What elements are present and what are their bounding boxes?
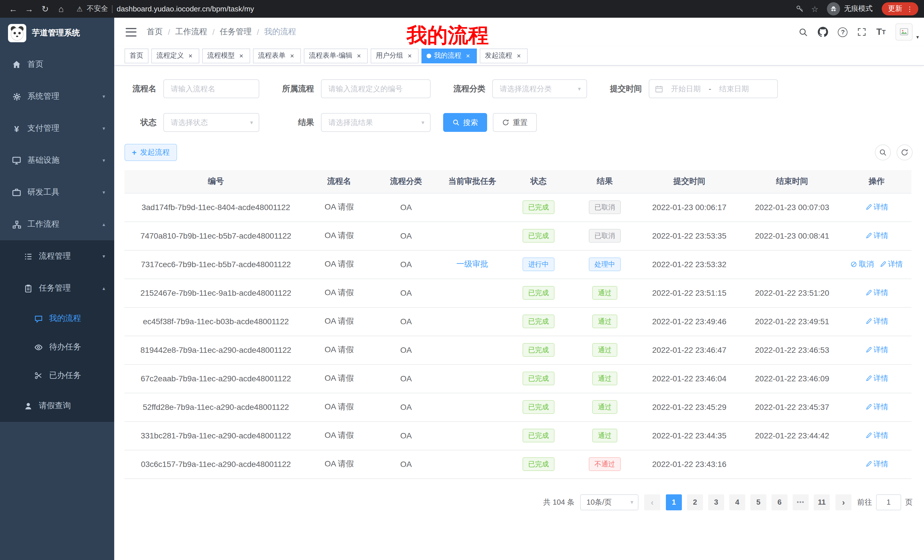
prev-page-button[interactable]: ‹ <box>644 494 660 510</box>
cancel-link[interactable]: 取消 <box>850 259 874 270</box>
status-tag: 已完成 <box>522 229 555 243</box>
process-name-input[interactable] <box>164 79 259 98</box>
hamburger-icon[interactable] <box>126 28 136 36</box>
security-warning-label[interactable]: 不安全 <box>87 4 108 14</box>
breadcrumb-item[interactable]: 任务管理 <box>220 27 252 37</box>
page-button-6[interactable]: 6 <box>771 494 788 510</box>
close-icon[interactable]: × <box>288 52 296 59</box>
sidebar-item-infrastructure[interactable]: 基础设施 ▾ <box>0 144 114 177</box>
address-bar[interactable]: ⚠ 不安全 dashboard.yudao.iocoder.cn/bpm/tas… <box>76 1 785 16</box>
detail-link[interactable]: 详情 <box>865 402 888 412</box>
detail-link[interactable]: 详情 <box>865 231 888 241</box>
app-logo-row[interactable]: 芋道管理系统 <box>0 18 114 48</box>
date-range-picker[interactable]: 开始日期 - 结束日期 <box>649 79 778 98</box>
breadcrumb-separator: / <box>257 27 259 36</box>
fullscreen-icon[interactable] <box>858 27 867 36</box>
col-status: 状态 <box>504 170 573 193</box>
tab-home[interactable]: 首页 <box>124 48 148 63</box>
detail-link[interactable]: 详情 <box>865 373 888 383</box>
edit-icon <box>865 404 872 410</box>
status-select[interactable]: 请选择状态 ▾ <box>164 113 259 132</box>
close-icon[interactable]: × <box>355 52 363 59</box>
github-icon[interactable] <box>818 27 828 37</box>
process-def-input[interactable] <box>321 79 430 98</box>
breadcrumb-item[interactable]: 首页 <box>147 27 163 37</box>
page-button-4[interactable]: 4 <box>729 494 745 510</box>
browser-update-button[interactable]: 更新 ⋮ <box>882 2 918 15</box>
start-process-button[interactable]: + 发起流程 <box>124 144 177 161</box>
tab-process-form[interactable]: 流程表单× <box>253 48 301 63</box>
process-id: 7470a810-7b9b-11ec-b5b7-acde48001122 <box>124 222 307 250</box>
detail-link[interactable]: 详情 <box>865 288 888 298</box>
page-button-3[interactable]: 3 <box>708 494 724 510</box>
workflow-submenu: 流程管理 ▾ 任务管理 ▴ 我的流程 待办任务 <box>0 240 114 422</box>
close-icon[interactable]: × <box>515 52 522 59</box>
sidebar-item-home[interactable]: 首页 <box>0 48 114 81</box>
close-icon[interactable]: × <box>238 52 245 59</box>
tab-process-model[interactable]: 流程模型× <box>202 48 250 63</box>
sidebar-item-my-process[interactable]: 我的流程 <box>0 304 114 333</box>
close-icon[interactable]: × <box>464 52 472 59</box>
tab-process-definition[interactable]: 流程定义× <box>152 48 199 63</box>
sidebar-item-todo-tasks[interactable]: 待办任务 <box>0 333 114 361</box>
tab-start-process[interactable]: 发起流程× <box>480 48 528 63</box>
browser-home-icon[interactable]: ⌂ <box>54 1 69 16</box>
browser-menu-icon[interactable]: ⋮ <box>906 5 913 13</box>
help-icon[interactable]: ? <box>838 27 848 37</box>
sidebar-item-payment[interactable]: ¥ 支付管理 ▾ <box>0 112 114 144</box>
select-placeholder: 请选择状态 <box>171 117 208 127</box>
result-select[interactable]: 请选择流结果 ▾ <box>321 113 430 132</box>
detail-link[interactable]: 详情 <box>865 345 888 355</box>
detail-link[interactable]: 详情 <box>865 430 888 441</box>
next-page-button[interactable]: › <box>836 494 852 510</box>
search-icon[interactable] <box>799 27 808 37</box>
search-button[interactable]: 搜索 <box>443 113 487 132</box>
page-button-1[interactable]: 1 <box>666 494 682 510</box>
page-ellipsis[interactable]: ••• <box>793 494 808 510</box>
tab-my-process[interactable]: 我的流程× <box>422 48 477 63</box>
sidebar-item-done-tasks[interactable]: 已办任务 <box>0 361 114 390</box>
bookmark-star-icon[interactable]: ☆ <box>811 4 818 13</box>
close-icon[interactable]: × <box>187 52 194 59</box>
refresh-table-icon[interactable] <box>897 144 913 160</box>
submit-time: 2022-01-22 23:44:35 <box>636 421 742 450</box>
password-key-icon[interactable] <box>796 4 804 13</box>
sidebar-item-leave-query[interactable]: 请假查询 <box>0 390 114 422</box>
result-tag: 已取消 <box>589 229 621 243</box>
sidebar-item-workflow[interactable]: 工作流程 ▴ <box>0 208 114 240</box>
sidebar-item-devtools[interactable]: 研发工具 ▾ <box>0 177 114 208</box>
toggle-search-icon[interactable] <box>875 144 891 160</box>
process-id: 819442e8-7b9a-11ec-a290-acde48001122 <box>124 335 307 364</box>
close-icon[interactable]: × <box>406 52 414 59</box>
avatar[interactable] <box>896 23 913 40</box>
breadcrumb-item[interactable]: 工作流程 <box>176 27 207 37</box>
breadcrumb-separator: / <box>213 27 215 36</box>
col-result: 结果 <box>573 170 636 193</box>
sidebar-item-process-mgmt[interactable]: 流程管理 ▾ <box>0 240 114 272</box>
tab-process-form-edit[interactable]: 流程表单-编辑× <box>304 48 368 63</box>
page-button-11[interactable]: 11 <box>814 494 830 510</box>
detail-link[interactable]: 详情 <box>865 202 888 213</box>
tabs-bar: 首页 流程定义× 流程模型× 流程表单× 流程表单-编辑× 用户分组× 我的流程… <box>114 46 924 66</box>
browser-reload-icon[interactable]: ↻ <box>38 1 52 16</box>
tab-user-group[interactable]: 用户分组× <box>370 48 418 63</box>
sidebar-item-system[interactable]: 系统管理 ▾ <box>0 81 114 112</box>
col-category: 流程分类 <box>371 170 441 193</box>
detail-link[interactable]: 详情 <box>865 316 888 326</box>
row-actions: 取消详情 <box>842 250 911 279</box>
page-button-5[interactable]: 5 <box>750 494 766 510</box>
avatar-caret-icon[interactable]: ▾ <box>916 34 919 40</box>
current-task-link[interactable]: 一级审批 <box>456 259 488 270</box>
goto-page-input[interactable] <box>876 494 901 510</box>
page-size-select[interactable]: 10条/页 ▾ <box>580 494 639 510</box>
font-size-icon[interactable] <box>876 27 886 37</box>
browser-forward-icon[interactable]: → <box>22 1 36 16</box>
sidebar-item-task-mgmt[interactable]: 任务管理 ▴ <box>0 272 114 304</box>
category-select[interactable]: 请选择流程分类 ▾ <box>492 79 587 98</box>
page-button-2[interactable]: 2 <box>687 494 703 510</box>
browser-back-icon[interactable]: ← <box>6 1 21 16</box>
detail-link[interactable]: 详情 <box>879 259 903 270</box>
reset-button[interactable]: 重置 <box>493 113 537 132</box>
end-time: 2022-01-23 00:07:03 <box>742 193 842 222</box>
detail-link[interactable]: 详情 <box>865 459 888 469</box>
